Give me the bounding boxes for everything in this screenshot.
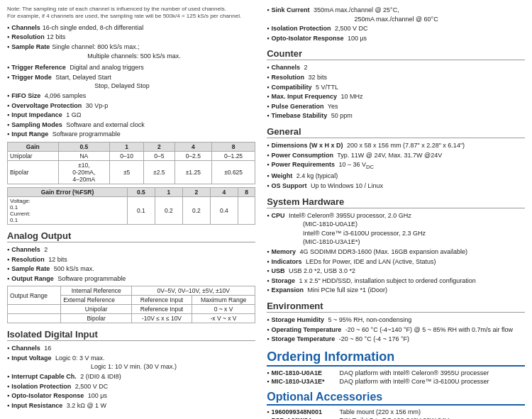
output-range-table: Output Range Internal Reference 0V–5V, 0… [7, 286, 255, 323]
system-hardware-specs: ▪CPU Intel® Celeron® 3955U processor, 2.… [267, 211, 525, 295]
optional-items: ▪ 1960099348N001 Table mount (220 x 156 … [267, 408, 525, 419]
general-specs: ▪Dimensions (W x H x D) 200 x 58 x 156 m… [267, 141, 525, 191]
ordering-item: ▪ MIC-1810-U3A1E* DAQ platform with Inte… [267, 378, 525, 385]
analog-output-title: Analog Output [7, 230, 255, 242]
optional-title: Optional Accessories [267, 391, 525, 406]
counter-title: Counter [267, 48, 525, 60]
bullet: ▪ [7, 43, 9, 60]
gain-error-table: Gain Error (%FSR) 0.5 1 2 4 8 Voltage:0.… [7, 187, 255, 225]
analog-input-trigger-specs: ▪Trigger Reference Digital and analog tr… [7, 63, 255, 139]
isolated-digital-title: Isolated Digital Input [7, 329, 255, 341]
bullet: ▪ [7, 111, 9, 120]
bullet: ▪ [7, 63, 9, 72]
bullet: ▪ [7, 33, 9, 42]
bullet: ▪ [7, 91, 9, 101]
bullet: ▪ [7, 73, 9, 91]
optional-item: ▪ 1960099348N001 Table mount (220 x 156 … [267, 408, 525, 415]
bullet: ▪ [7, 130, 9, 139]
bullet: ▪ [7, 121, 9, 130]
right-top-specs: ▪Sink Current 350mA max./channel @ 25°C,… [267, 6, 525, 43]
right-column: ▪Sink Current 350mA max./channel @ 25°C,… [262, 6, 525, 419]
bullet: ▪ [7, 23, 9, 33]
ordering-items: ▪ MIC-1810-U0A1E DAQ platform with Intel… [267, 369, 525, 385]
left-column: Note: The sampling rate of each channel … [7, 6, 262, 419]
gain-table: Gain 0.5 1 2 4 8 Unipolar NA 0–10 0–5 0–… [7, 142, 255, 184]
analog-output-specs: ▪Channels 2 ▪Resolution 12 bits ▪Sample … [7, 245, 255, 283]
counter-specs: ▪Channels 2 ▪Resolution 32 bits ▪Compati… [267, 63, 525, 121]
isolated-digital-specs: ▪Channels 16 ▪Input Voltage Logic 0: 3 V… [7, 344, 255, 410]
ordering-item: ▪ MIC-1810-U0A1E DAQ platform with Intel… [267, 369, 525, 376]
bullet: ▪ [7, 101, 9, 111]
system-hardware-title: System Hardware [267, 196, 525, 208]
note-text: Note: The sampling rate of each channel … [7, 6, 255, 21]
general-title: General [267, 126, 525, 138]
environment-specs: ▪Storage Humidity 5 ~ 95% RH, non-conden… [267, 315, 525, 344]
analog-input-upper-specs: ▪Channels16-ch single ended, 8-ch differ… [7, 23, 255, 60]
ordering-title: Ordering Information [267, 350, 525, 367]
environment-title: Environment [267, 301, 525, 313]
